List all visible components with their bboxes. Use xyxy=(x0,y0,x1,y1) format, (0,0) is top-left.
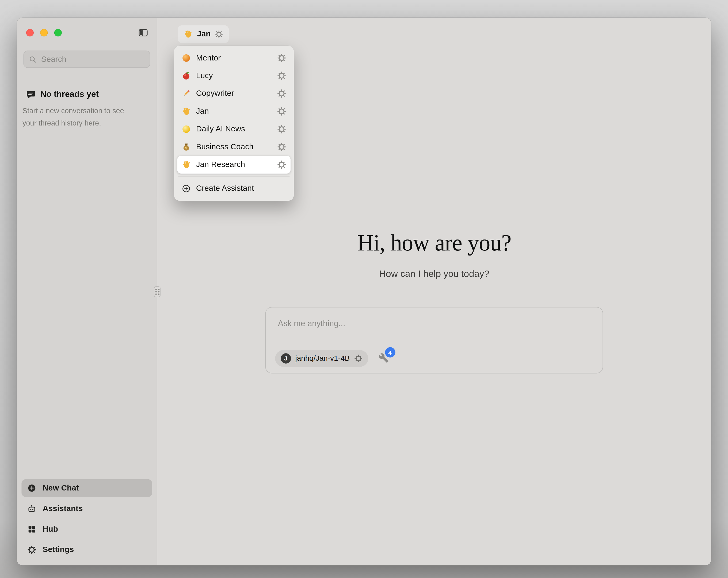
search-box[interactable] xyxy=(23,51,150,68)
menu-separator xyxy=(178,176,289,177)
empty-state-title: No threads yet xyxy=(40,90,99,99)
sidebar-item-hub[interactable]: Hub xyxy=(21,521,152,538)
menu-item-business-coach[interactable]: Business Coach xyxy=(177,138,290,156)
hub-grid-icon xyxy=(27,525,36,534)
sidebar: No threads yet Start a new conversation … xyxy=(17,18,157,565)
zoom-button[interactable] xyxy=(54,29,62,36)
gear-icon[interactable] xyxy=(277,142,286,152)
gear-icon[interactable] xyxy=(277,124,286,134)
empty-state-line2: your thread history here. xyxy=(23,117,151,129)
wave-hand-icon xyxy=(182,107,191,116)
gear-icon[interactable] xyxy=(354,354,362,362)
menu-item-label: Business Coach xyxy=(196,142,272,152)
nav-label: New Chat xyxy=(43,483,79,493)
sidebar-spacer xyxy=(17,129,157,479)
nav-label: Hub xyxy=(43,525,58,534)
menu-item-lucy[interactable]: Lucy xyxy=(177,67,290,84)
titlebar xyxy=(17,18,157,48)
gear-icon[interactable] xyxy=(277,53,286,62)
menu-item-mentor[interactable]: Mentor xyxy=(177,49,290,67)
menu-item-label: Jan Research xyxy=(196,160,272,169)
search-icon xyxy=(29,55,37,63)
gear-icon xyxy=(27,545,36,554)
empty-state-line1: Start a new conversation to see xyxy=(23,105,151,117)
nav-label: Assistants xyxy=(43,504,83,513)
main-area: Jan Mentor Lucy Copywriter xyxy=(157,18,711,565)
empty-state: No threads yet Start a new conversation … xyxy=(23,90,151,129)
assistant-bot-icon xyxy=(27,504,36,513)
model-name: janhq/Jan-v1-4B xyxy=(295,354,350,362)
sidebar-resize-handle[interactable] xyxy=(154,286,160,297)
menu-item-label: Mentor xyxy=(196,53,272,62)
model-selector[interactable]: J janhq/Jan-v1-4B xyxy=(275,350,368,367)
assistant-selector[interactable]: Jan xyxy=(178,25,229,43)
orange-circle-icon xyxy=(182,53,191,62)
money-bag-icon xyxy=(182,142,191,152)
chat-bubble-icon xyxy=(26,90,35,99)
gear-icon[interactable] xyxy=(277,160,286,169)
yellow-circle-icon xyxy=(182,124,191,134)
close-button[interactable] xyxy=(26,29,34,36)
welcome-block: Hi, how are you? How can I help you toda… xyxy=(157,229,711,279)
gear-icon[interactable] xyxy=(277,107,286,116)
sidebar-item-new-chat[interactable]: New Chat xyxy=(21,479,152,497)
minimize-button[interactable] xyxy=(40,29,48,36)
menu-item-daily-ai-news[interactable]: Daily AI News xyxy=(177,120,290,138)
menu-item-label: Create Assistant xyxy=(196,184,287,193)
plus-circle-filled-icon xyxy=(27,483,36,493)
search-input[interactable] xyxy=(41,55,145,64)
empty-state-subtitle: Start a new conversation to see your thr… xyxy=(23,105,151,129)
wave-hand-icon xyxy=(182,160,191,169)
plus-circle-icon xyxy=(182,184,191,193)
window-controls xyxy=(26,29,62,36)
model-avatar: J xyxy=(281,353,291,363)
menu-item-create-assistant[interactable]: Create Assistant xyxy=(177,180,290,198)
assistant-selector-label: Jan xyxy=(197,29,211,39)
sidebar-item-settings[interactable]: Settings xyxy=(21,541,152,559)
greeting-heading: Hi, how are you? xyxy=(157,229,711,256)
menu-item-label: Lucy xyxy=(196,71,272,80)
nav-label: Settings xyxy=(43,545,74,554)
menu-item-label: Jan xyxy=(196,107,272,116)
menu-item-copywriter[interactable]: Copywriter xyxy=(177,85,290,102)
pencil-icon xyxy=(182,89,191,98)
wave-hand-icon xyxy=(183,29,192,39)
greeting-subtitle: How can I help you today? xyxy=(157,269,711,279)
menu-item-jan[interactable]: Jan xyxy=(177,102,290,120)
gear-icon[interactable] xyxy=(277,89,286,98)
sidebar-nav: New Chat Assistants Hub Settings xyxy=(17,479,157,566)
app-window: No threads yet Start a new conversation … xyxy=(17,18,711,565)
sidebar-toggle-icon xyxy=(138,28,148,38)
apple-icon xyxy=(182,71,191,80)
message-input[interactable] xyxy=(278,319,591,329)
menu-item-label: Copywriter xyxy=(196,89,272,98)
chat-composer[interactable]: J janhq/Jan-v1-4B 4 xyxy=(265,307,603,373)
menu-item-label: Daily AI News xyxy=(196,124,272,134)
menu-item-jan-research[interactable]: Jan Research xyxy=(177,156,290,173)
gear-icon[interactable] xyxy=(215,30,223,38)
sidebar-toggle-button[interactable] xyxy=(137,27,149,39)
tools-count-badge: 4 xyxy=(385,347,395,357)
composer-toolbar: J janhq/Jan-v1-4B 4 xyxy=(275,350,390,367)
tools-button[interactable]: 4 xyxy=(378,353,390,364)
desktop: No threads yet Start a new conversation … xyxy=(0,0,728,578)
assistant-menu: Mentor Lucy Copywriter Jan xyxy=(174,46,294,201)
gear-icon[interactable] xyxy=(277,71,286,80)
sidebar-item-assistants[interactable]: Assistants xyxy=(21,500,152,518)
